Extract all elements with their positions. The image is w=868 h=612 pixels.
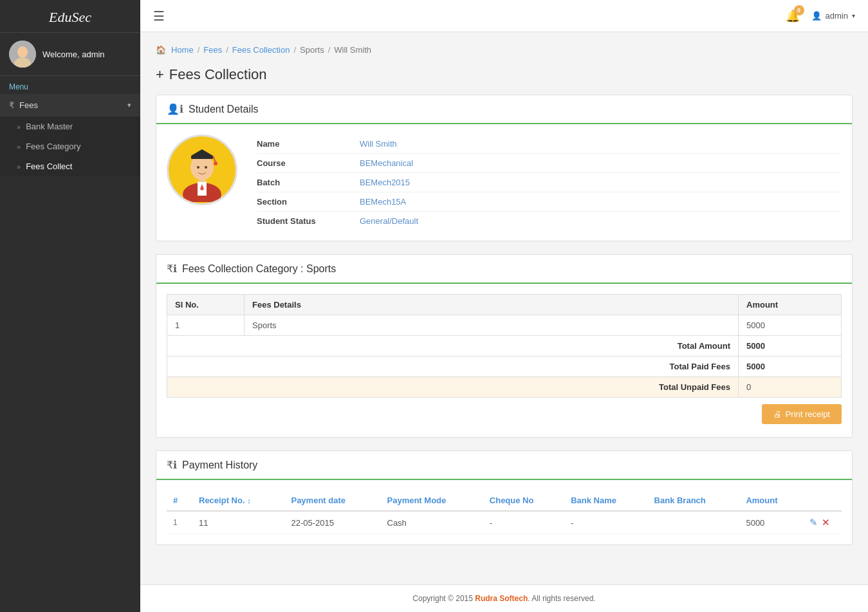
- footer-text-before: Copyright © 2015: [412, 594, 475, 603]
- breadcrumb-sep-3: /: [293, 45, 296, 55]
- user-info: Welcome, admin: [0, 32, 140, 76]
- page-title: + Fees Collection: [156, 66, 853, 83]
- fees-category-label: Fees Category: [26, 142, 80, 151]
- home-icon: 🏠: [156, 45, 166, 55]
- hamburger-button[interactable]: ☰: [153, 8, 165, 24]
- student-photo-circle: [167, 134, 237, 205]
- col-fees-details: Fees Details: [245, 295, 739, 315]
- sort-icon: ↕: [247, 497, 251, 505]
- svg-point-11: [214, 162, 217, 165]
- col-cheque-no: Cheque No: [483, 490, 564, 511]
- fees-collect-label: Fees Collect: [26, 162, 72, 171]
- total-unpaid-value: 0: [739, 377, 842, 398]
- total-unpaid-label: Total Unpaid Fees: [167, 377, 739, 398]
- col-amount: Amount: [739, 490, 803, 511]
- col-amount: Amount: [739, 295, 842, 315]
- row1-amount: 5000: [739, 315, 842, 336]
- student-info-table: Name Will Smith Course BEMechanical Batc…: [257, 134, 842, 230]
- student-details-card: 👤ℹ Student Details: [156, 95, 853, 241]
- fees-category-card: ₹ℹ Fees Collection Category : Sports Sl …: [156, 254, 853, 438]
- status-value: General/Default: [360, 216, 418, 226]
- fees-sub-items: » Bank Master » Fees Category » Fees Col…: [0, 116, 140, 176]
- fees-section-header[interactable]: ₹ Fees ▾: [0, 94, 140, 116]
- breadcrumb-sep-4: /: [328, 45, 331, 55]
- batch-label: Batch: [257, 178, 360, 187]
- svg-line-10: [213, 156, 216, 162]
- edit-icon[interactable]: ✎: [809, 517, 818, 528]
- notification-icon[interactable]: 🔔 0: [786, 9, 800, 23]
- student-section-row: Section BEMech15A: [257, 192, 842, 212]
- menu-label: Menu: [0, 76, 140, 94]
- payment-mode: Cash: [381, 511, 483, 534]
- sidebar-item-bank-master[interactable]: » Bank Master: [0, 116, 140, 136]
- notification-badge: 0: [794, 5, 804, 15]
- col-bank-branch: Bank Branch: [648, 490, 740, 511]
- rupee-info-icon: ₹ℹ: [167, 263, 177, 275]
- breadcrumb-sep-2: /: [226, 45, 228, 55]
- svg-point-13: [205, 166, 207, 169]
- breadcrumb-fees-collection[interactable]: Fees Collection: [232, 45, 290, 55]
- course-label: Course: [257, 158, 360, 168]
- course-value: BEMechanical: [360, 158, 413, 168]
- col-hash: #: [167, 490, 192, 511]
- svg-point-12: [197, 166, 199, 169]
- svg-point-1: [17, 46, 28, 58]
- student-photo: [167, 134, 237, 230]
- sidebar-item-fees-category[interactable]: » Fees Category: [0, 136, 140, 156]
- section-label: Section: [257, 197, 360, 207]
- payment-history-header: ₹ℹ Payment History: [156, 451, 852, 480]
- print-btn-label: Print receipt: [786, 409, 830, 419]
- footer: Copyright © 2015 Rudra Softech. All righ…: [140, 584, 868, 612]
- footer-text-after: . All rights reserved.: [528, 594, 595, 603]
- plus-icon: +: [156, 66, 164, 83]
- page-title-text: Fees Collection: [169, 66, 267, 83]
- payment-amount: 5000: [739, 511, 803, 534]
- name-label: Name: [257, 139, 360, 149]
- payment-bank-name: -: [564, 511, 647, 534]
- total-amount-row: Total Amount 5000: [167, 336, 842, 357]
- rupee-icon: ₹: [9, 100, 14, 110]
- payment-receipt-no: 11: [192, 511, 284, 534]
- total-paid-row: Total Paid Fees 5000: [167, 357, 842, 377]
- col-receipt-no[interactable]: Receipt No. ↕: [192, 490, 284, 511]
- chevron-right-icon: »: [17, 123, 21, 131]
- payment-header-label: Payment History: [182, 459, 257, 471]
- col-payment-mode: Payment Mode: [381, 490, 483, 511]
- fees-row-1: 1 Sports 5000: [167, 315, 842, 336]
- payment-table: # Receipt No. ↕ Payment date Payment Mod…: [167, 490, 842, 534]
- print-receipt-button[interactable]: 🖨 Print receipt: [762, 404, 842, 424]
- navbar-right: 🔔 0 👤 admin ▾: [786, 9, 855, 23]
- payment-row-1: 1 11 22-05-2015 Cash - - 5000 ✎: [167, 511, 842, 534]
- main-content: ☰ 🔔 0 👤 admin ▾ 🏠 Home / Fees: [140, 0, 868, 612]
- total-amount-value: 5000: [739, 336, 842, 357]
- svg-marker-9: [191, 149, 213, 156]
- payment-actions: ✎ ✕: [803, 511, 842, 534]
- payment-history-card: ₹ℹ Payment History # Receipt No.: [156, 450, 853, 545]
- payment-icon: ₹ℹ: [167, 459, 177, 471]
- student-header-label: Student Details: [189, 104, 259, 115]
- admin-menu[interactable]: 👤 admin ▾: [811, 11, 855, 21]
- fees-label: Fees: [19, 100, 127, 110]
- content-area: 🏠 Home / Fees / Fees Collection / Sports…: [140, 32, 868, 584]
- total-paid-label: Total Paid Fees: [167, 357, 739, 377]
- col-actions: [803, 490, 842, 511]
- student-details-grid: Name Will Smith Course BEMechanical Batc…: [167, 134, 842, 230]
- footer-company-link[interactable]: Rudra Softech: [475, 594, 528, 603]
- payment-hash: 1: [167, 511, 192, 534]
- student-status-row: Student Status General/Default: [257, 212, 842, 230]
- breadcrumb: 🏠 Home / Fees / Fees Collection / Sports…: [156, 45, 853, 55]
- printer-icon: 🖨: [773, 409, 782, 419]
- delete-icon[interactable]: ✕: [822, 517, 830, 528]
- fees-table: Sl No. Fees Details Amount 1 Sports 5000: [167, 294, 842, 398]
- fees-category-header: ₹ℹ Fees Collection Category : Sports: [156, 255, 852, 284]
- total-unpaid-row: Total Unpaid Fees 0: [167, 377, 842, 398]
- total-amount-label: Total Amount: [167, 336, 739, 357]
- breadcrumb-home[interactable]: Home: [171, 45, 194, 55]
- row1-sl: 1: [167, 315, 245, 336]
- breadcrumb-fees[interactable]: Fees: [203, 45, 222, 55]
- admin-name: admin: [826, 11, 848, 21]
- sidebar-item-fees-collect[interactable]: » Fees Collect: [0, 156, 140, 176]
- student-batch-row: Batch BEMech2015: [257, 173, 842, 192]
- breadcrumb-student: Will Smith: [334, 45, 371, 55]
- batch-value: BEMech2015: [360, 178, 410, 187]
